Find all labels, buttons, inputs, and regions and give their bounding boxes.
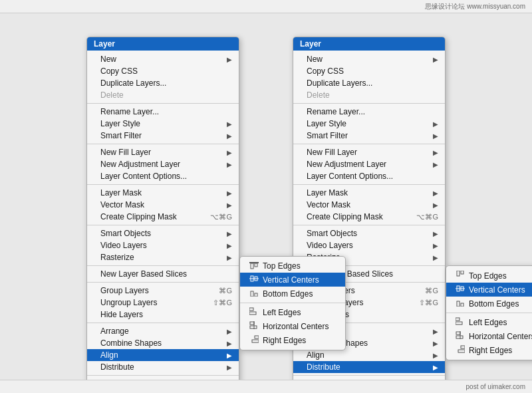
top-bar-text: 思缘设计论坛 www.missyuan.com (425, 2, 525, 11)
r-left-edges-icon (456, 317, 465, 327)
svg-rect-8 (249, 312, 256, 315)
right-edges-icon (249, 335, 259, 345)
horizontal-centers-icon (249, 321, 259, 331)
menu-item-layermask[interactable]: Layer Mask▶ (87, 187, 239, 199)
menu-group-left: Layer New▶ Copy CSS Duplicate Layers... … (86, 37, 239, 393)
r-menu-item-new[interactable]: New▶ (293, 53, 445, 65)
submenu-left-edges[interactable]: Left Edges (240, 305, 345, 319)
r-sep2 (293, 144, 445, 144)
r-top-edges-icon (456, 271, 465, 281)
submenu-bottom-edges[interactable]: Bottom Edges (240, 287, 345, 301)
r-top-edges-label: Top Edges (469, 271, 507, 281)
menu-item-hide[interactable]: Hide Layers (87, 309, 239, 321)
menu-item-distribute[interactable]: Distribute▶ (87, 361, 239, 373)
submenu-vertical-centers[interactable]: Vertical Centers (240, 273, 345, 287)
r-menu-item-layerstyle[interactable]: Layer Style▶ (293, 118, 445, 130)
svg-rect-14 (457, 271, 460, 276)
r-menu-item-clipping[interactable]: Create Clipping Mask⌥⌘G (293, 211, 445, 223)
sep5 (87, 265, 239, 266)
svg-rect-15 (461, 271, 464, 274)
menu-item-smartobj[interactable]: Smart Objects▶ (87, 227, 239, 239)
top-edges-label: Top Edges (263, 261, 301, 271)
menu-item-duplicate[interactable]: Duplicate Layers... (87, 77, 239, 89)
sep7 (87, 323, 239, 323)
svg-rect-27 (458, 350, 465, 352)
r-right-edges-icon (456, 345, 465, 355)
top-bar: 思缘设计论坛 www.missyuan.com (0, 0, 532, 13)
svg-rect-7 (249, 308, 253, 311)
r-menu-item-delete: Delete (293, 89, 445, 101)
r-menu-item-newadjlayer[interactable]: New Adjustment Layer▶ (293, 158, 445, 170)
r-menu-item-duplicate[interactable]: Duplicate Layers... (293, 77, 445, 89)
submenu-sep (240, 303, 345, 303)
menu-item-copycss[interactable]: Copy CSS (87, 65, 239, 77)
menu-item-grouplayers[interactable]: Group Layers⌘G (87, 285, 239, 297)
svg-rect-21 (456, 318, 460, 321)
menu-item-combine[interactable]: Combine Shapes▶ (87, 337, 239, 349)
r-submenu-top-edges[interactable]: Top Edges (446, 269, 532, 283)
svg-rect-23 (456, 332, 460, 334)
menu-item-layercontent[interactable]: Layer Content Options... (87, 170, 239, 182)
r-horizontal-centers-label: Horizontal Centers (469, 332, 532, 341)
r-menu-item-videolayers[interactable]: Video Layers▶ (293, 239, 445, 251)
submenu-distribute-right: Top Edges Vertical Centers Bottom Edges (446, 265, 532, 360)
r-vertical-centers-label: Vertical Centers (469, 285, 525, 295)
right-edges-label: Right Edges (263, 336, 306, 345)
r-menu-item-newfilllayer[interactable]: New Fill Layer▶ (293, 146, 445, 158)
r-menu-item-vectormask[interactable]: Vector Mask▶ (293, 199, 445, 211)
r-bottom-edges-icon (456, 299, 465, 309)
menu-right-title: Layer (293, 37, 445, 51)
r-submenu-horizontal-centers[interactable]: Horizontal Centers (446, 329, 532, 343)
menu-item-newfilllayer[interactable]: New Fill Layer▶ (87, 146, 239, 158)
submenu-top-edges[interactable]: Top Edges (240, 259, 345, 273)
svg-rect-5 (251, 291, 253, 297)
r-left-edges-label: Left Edges (469, 318, 507, 327)
menu-item-videolayers[interactable]: Video Layers▶ (87, 239, 239, 251)
svg-rect-1 (255, 263, 257, 267)
submenu-right-edges[interactable]: Right Edges (240, 333, 345, 347)
svg-rect-6 (255, 293, 257, 297)
r-submenu-bottom-edges[interactable]: Bottom Edges (446, 297, 532, 311)
r-menu-item-rename[interactable]: Rename Layer... (293, 106, 445, 118)
menu-item-smartfilter[interactable]: Smart Filter▶ (87, 130, 239, 142)
menus-container: Layer New▶ Copy CSS Duplicate Layers... … (0, 17, 532, 376)
svg-rect-10 (250, 326, 257, 328)
left-edges-label: Left Edges (263, 308, 301, 317)
horizontal-centers-label: Horizontal Centers (263, 322, 329, 331)
menu-item-newadjlayer[interactable]: New Adjustment Layer▶ (87, 158, 239, 170)
svg-rect-20 (461, 303, 464, 307)
sep4 (87, 225, 239, 225)
r-vertical-centers-icon (456, 285, 465, 295)
submenu-horizontal-centers[interactable]: Horizontal Centers (240, 319, 345, 333)
r-menu-item-align[interactable]: Align▶ (293, 349, 445, 361)
menu-item-align[interactable]: Align▶ (87, 349, 239, 361)
r-bottom-edges-label: Bottom Edges (469, 299, 519, 309)
r-menu-item-copycss[interactable]: Copy CSS (293, 65, 445, 77)
menu-item-rename[interactable]: Rename Layer... (87, 106, 239, 118)
svg-rect-0 (251, 263, 253, 269)
r-menu-item-smartfilter[interactable]: Smart Filter▶ (293, 130, 445, 142)
sep2 (87, 144, 239, 144)
vertical-centers-icon (249, 275, 259, 285)
left-edges-icon (249, 307, 259, 317)
r-menu-item-layermask[interactable]: Layer Mask▶ (293, 187, 445, 199)
svg-rect-26 (461, 346, 465, 348)
menu-item-newslices[interactable]: New Layer Based Slices (87, 268, 239, 280)
bottom-bar-text: post of uimaker.com (466, 383, 525, 390)
menu-left-title: Layer (87, 37, 239, 51)
r-menu-item-smartobj[interactable]: Smart Objects▶ (293, 227, 445, 239)
r-submenu-left-edges[interactable]: Left Edges (446, 315, 532, 329)
menu-item-rasterize[interactable]: Rasterize▶ (87, 251, 239, 263)
menu-item-layerstyle[interactable]: Layer Style▶ (87, 118, 239, 130)
menu-item-new[interactable]: New▶ (87, 53, 239, 65)
r-submenu-vertical-centers[interactable]: Vertical Centers (446, 283, 532, 297)
r-submenu-right-edges[interactable]: Right Edges (446, 343, 532, 357)
menu-item-vectormask[interactable]: Vector Mask▶ (87, 199, 239, 211)
menu-item-ungroup[interactable]: Ungroup Layers⇧⌘G (87, 297, 239, 309)
r-sep1 (293, 103, 445, 104)
svg-rect-9 (250, 322, 254, 325)
menu-item-arrange[interactable]: Arrange▶ (87, 325, 239, 337)
menu-item-clipping[interactable]: Create Clipping Mask⌥⌘G (87, 211, 239, 223)
r-menu-item-distribute[interactable]: Distribute▶ (293, 361, 445, 373)
r-menu-item-layercontent[interactable]: Layer Content Options... (293, 170, 445, 182)
